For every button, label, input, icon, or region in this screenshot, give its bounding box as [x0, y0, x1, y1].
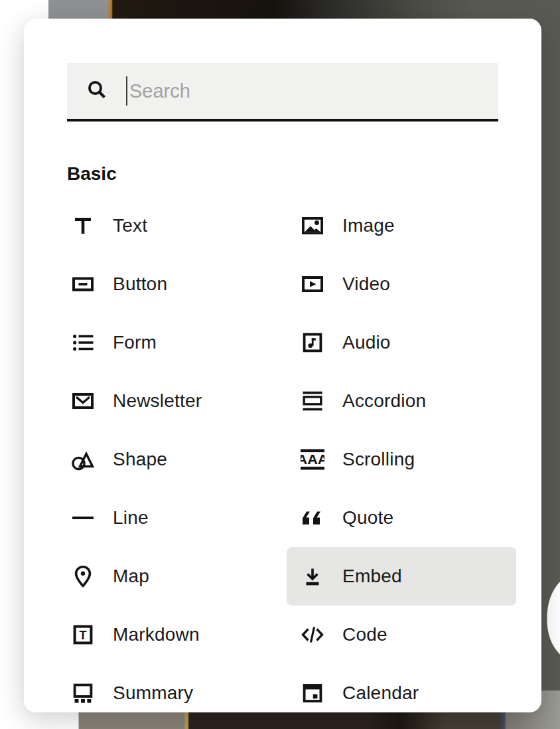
summary-icon	[70, 681, 96, 706]
item-accordion[interactable]: Accordion	[287, 372, 516, 430]
video-icon	[300, 272, 325, 297]
item-quote[interactable]: Quote	[287, 489, 516, 547]
item-map[interactable]: Map	[57, 547, 287, 606]
item-scrolling[interactable]: AAA Scrolling	[287, 430, 516, 489]
map-icon	[70, 564, 96, 589]
calendar-icon	[300, 681, 325, 706]
code-icon	[300, 622, 325, 647]
item-label: Newsletter	[113, 390, 202, 412]
markdown-icon: T	[70, 622, 96, 647]
item-video[interactable]: Video	[287, 255, 516, 313]
item-label: Text	[113, 215, 147, 236]
item-form[interactable]: Form	[57, 313, 287, 372]
screen: e Basic Text	[0, 0, 560, 729]
svg-text:T: T	[80, 629, 87, 642]
item-code[interactable]: Code	[287, 606, 516, 664]
newsletter-icon	[70, 388, 96, 414]
item-button[interactable]: Button	[57, 255, 287, 313]
item-label: Shape	[113, 449, 167, 470]
item-label: Video	[342, 274, 390, 295]
item-newsletter[interactable]: Newsletter	[57, 372, 287, 430]
item-embed[interactable]: Embed	[287, 547, 516, 606]
item-label: Calendar	[342, 683, 419, 704]
item-label: Line	[113, 507, 149, 528]
item-label: Map	[113, 566, 149, 587]
text-caret	[126, 76, 127, 106]
scrolling-icon: AAA	[300, 447, 325, 472]
item-label: Summary	[113, 683, 193, 704]
accordion-icon	[300, 388, 325, 414]
text-icon	[70, 213, 96, 238]
item-calendar[interactable]: Calendar	[287, 664, 516, 712]
search-icon	[85, 78, 110, 104]
button-icon	[70, 272, 96, 297]
shape-icon	[70, 447, 96, 472]
item-markdown[interactable]: T Markdown	[57, 606, 287, 664]
block-grid: Text Image	[57, 197, 516, 712]
svg-text:AAA: AAA	[301, 451, 324, 467]
item-label: Form	[113, 332, 157, 353]
section-title: Basic	[67, 163, 117, 185]
item-label: Audio	[342, 332, 391, 353]
item-text[interactable]: Text	[57, 197, 287, 255]
search-input[interactable]	[129, 80, 498, 102]
line-icon	[70, 505, 96, 530]
item-label: Accordion	[342, 390, 426, 412]
item-label: Button	[113, 274, 167, 295]
image-icon	[300, 213, 325, 238]
quote-icon	[300, 505, 325, 530]
form-icon	[70, 330, 96, 355]
item-image[interactable]: Image	[287, 197, 516, 255]
search-bar[interactable]	[67, 63, 498, 121]
item-label: Embed	[342, 566, 402, 587]
item-shape[interactable]: Shape	[57, 430, 287, 489]
item-label: Scrolling	[342, 449, 415, 470]
item-audio[interactable]: Audio	[287, 313, 516, 372]
item-label: Code	[342, 624, 387, 645]
audio-icon	[300, 330, 325, 355]
item-label: Markdown	[113, 624, 200, 645]
block-picker-menu: Basic Text Image	[24, 19, 541, 712]
embed-icon	[300, 564, 325, 589]
item-label: Quote	[342, 507, 393, 528]
item-line[interactable]: Line	[57, 489, 287, 547]
item-summary[interactable]: Summary	[57, 664, 287, 712]
item-label: Image	[342, 215, 395, 236]
